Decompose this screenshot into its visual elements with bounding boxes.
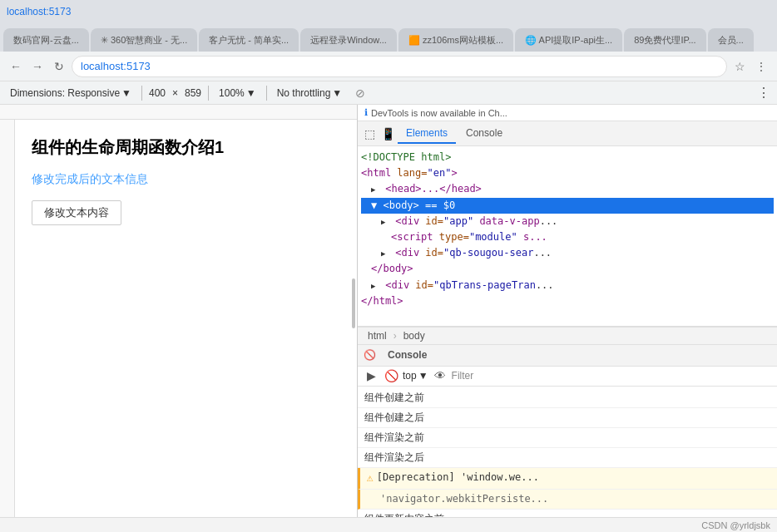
toolbar-right-icons: ⋮ (757, 85, 770, 101)
html-line-html: <html lang="en"> (361, 165, 774, 181)
warning-icon: ⚠ (367, 470, 374, 487)
toolbar-separator-3 (266, 86, 267, 101)
console-filter-bar: ▶ 🚫 top ▼ 👁 Filter (358, 367, 777, 387)
tab-2[interactable]: ✳ 360智慧商业 - 无... (91, 28, 197, 52)
tab-4[interactable]: 远程登录Window... (300, 28, 397, 52)
dimensions-selector[interactable]: Dimensions: Responsive ▼ (7, 86, 135, 101)
dimensions-label: Dimensions: Responsive (10, 87, 120, 99)
tab-1[interactable]: 数码官网-云盘... (3, 28, 89, 52)
entry-5-text: [Deprecation] 'window.we... (377, 470, 539, 485)
bookmark-button[interactable]: ☆ (730, 57, 749, 76)
console-entry-3: 组件渲染之前 (358, 428, 777, 448)
html-line-body-selected[interactable]: ▼ <body> == $0 (361, 198, 774, 214)
console-tab-label[interactable]: Console (381, 347, 433, 362)
device-icon[interactable]: 📱 (379, 126, 396, 142)
console-panel: 🚫 Console ▶ 🚫 top ▼ 👁 Filter 组件创 (358, 345, 777, 518)
tab-6-label: 🌐 API提取IP-api生... (525, 34, 612, 47)
tab-3-label: 客户无忧 - 简单实... (209, 34, 289, 47)
tab-5-label: 🟧 zz106ms网站模板... (408, 34, 503, 47)
tab-7-label: 89免费代理IP... (634, 34, 695, 47)
tab-8[interactable]: 会员... (708, 28, 754, 52)
breadcrumb-body[interactable]: body (400, 329, 428, 342)
console-entry-5-warn: ⚠ [Deprecation] 'window.we... (358, 468, 777, 490)
tabs-bar: 数码官网-云盘... ✳ 360智慧商业 - 无... 客户无忧 - 简单实..… (0, 23, 777, 52)
throttle-selector[interactable]: No throttling ▼ (274, 86, 346, 101)
zoom-arrow: ▼ (246, 87, 256, 99)
entry-1-text: 组件创建之前 (364, 390, 424, 406)
width-value[interactable]: 400 (149, 87, 166, 99)
height-value[interactable]: 859 (185, 87, 201, 99)
html-line-doctype: <!DOCTYPE html> (361, 150, 774, 165)
console-entry-2: 组件创建之后 (358, 408, 777, 428)
scrollbar-vertical[interactable] (350, 120, 357, 517)
elements-breadcrumb: html › body (358, 327, 777, 345)
page-content: 组件的生命周期函数介绍1 修改完成后的文本信息 修改文本内容 (15, 120, 357, 517)
console-block-icon[interactable]: 🚫 (383, 367, 399, 384)
top-dropdown-arrow: ▼ (418, 370, 428, 382)
address-bar[interactable]: localhost:5173 (72, 56, 727, 77)
more-options-icon[interactable]: ⋮ (757, 85, 770, 101)
clear-console-icon[interactable]: 🚫 (361, 347, 378, 363)
breadcrumb-separator: › (393, 330, 397, 342)
browser-title: localhost:5173 (7, 6, 71, 17)
toolbar-separator-1 (141, 86, 142, 101)
zoom-selector[interactable]: 100% ▼ (215, 86, 260, 101)
html-line-qb: <div id="qb-sougou-sear... (361, 245, 774, 261)
tab-5[interactable]: 🟧 zz106ms网站模板... (398, 28, 513, 52)
console-entry-6: 组件更新内容之前 (358, 510, 777, 517)
back-button[interactable]: ← (7, 57, 25, 76)
html-line-qbtrans: <div id="qbTrans-pageTran... (361, 278, 774, 293)
devtools-tabs-bar: ⬚ 📱 Elements Console (358, 121, 777, 146)
html-line-body-close: </body> (361, 261, 774, 277)
console-eye-icon[interactable]: 👁 (432, 367, 448, 384)
throttle-arrow: ▼ (332, 87, 342, 99)
console-context-selector[interactable]: top ▼ (403, 370, 428, 382)
tab-4-label: 远程登录Window... (310, 34, 387, 47)
dropdown-arrow: ▼ (121, 87, 131, 99)
console-play-icon[interactable]: ▶ (363, 367, 379, 384)
tab-console[interactable]: Console (458, 124, 511, 144)
main-content: 组件的生命周期函数介绍1 修改完成后的文本信息 修改文本内容 ℹ DevTool… (0, 105, 777, 517)
ruler-horizontal (0, 105, 357, 120)
menu-button[interactable]: ⋮ (752, 57, 770, 76)
inspect-icon[interactable]: ⬚ (361, 126, 378, 142)
browser-viewport: 组件的生命周期函数介绍1 修改完成后的文本信息 修改文本内容 (0, 105, 358, 517)
throttle-label: No throttling (277, 87, 331, 99)
tab-3[interactable]: 客户无忧 - 简单实... (199, 28, 299, 52)
html-line-html-close: </html> (361, 293, 774, 309)
entry-4-text: 组件渲染之后 (364, 450, 424, 466)
console-entry-5-detail: 'navigator.webkitPersiste... (358, 490, 777, 510)
tab-elements[interactable]: Elements (398, 124, 456, 144)
devtools-panel: ℹ DevTools is now available in Ch... ⬚ 📱… (358, 105, 777, 517)
elements-panel[interactable]: <!DOCTYPE html> <html lang="en"> <head>.… (358, 146, 777, 327)
tab-8-label: 会员... (718, 34, 744, 47)
page-title: 组件的生命周期函数介绍1 (32, 136, 340, 159)
browser-frame: localhost:5173 数码官网-云盘... ✳ 360智慧商业 - 无.… (0, 0, 777, 532)
no-cache-button[interactable]: ⊘ (352, 85, 369, 101)
ruler-vertical (0, 120, 15, 517)
tab-7[interactable]: 89免费代理IP... (624, 28, 705, 52)
breadcrumb-html[interactable]: html (364, 329, 390, 342)
info-icon: ℹ (364, 107, 368, 118)
refresh-button[interactable]: ↻ (50, 57, 68, 76)
html-line-head: <head>...</head> (361, 181, 774, 197)
navigation-bar: ← → ↻ localhost:5173 ☆ ⋮ (0, 52, 777, 81)
tab-6[interactable]: 🌐 API提取IP-api生... (515, 28, 622, 52)
entry-6-text: 组件更新内容之前 (364, 511, 444, 517)
entry-3-text: 组件渲染之前 (364, 430, 424, 446)
times-label: × (172, 87, 178, 99)
notification-text: DevTools is now available in Ch... (371, 108, 507, 118)
html-line-app: <div id="app" data-v-app... (361, 214, 774, 229)
tab-1-label: 数码官网-云盘... (13, 34, 79, 47)
forward-button[interactable]: → (28, 57, 47, 76)
modify-button[interactable]: 修改文本内容 (32, 200, 121, 225)
html-line-script: <script type="module" s... (361, 229, 774, 245)
address-text: localhost:5173 (81, 60, 151, 72)
entry-5-detail: 'navigator.webkitPersiste... (380, 491, 548, 507)
devtools-notification: ℹ DevTools is now available in Ch... (358, 105, 777, 121)
page-subtitle: 修改完成后的文本信息 (32, 172, 340, 187)
console-log: 组件创建之前 组件创建之后 组件渲染之前 组件渲染之后 ⚠ [Deprecati… (358, 387, 777, 518)
tab-2-label: ✳ 360智慧商业 - 无... (101, 34, 187, 47)
watermark-text: CSDN @yrldjsbk (701, 520, 770, 530)
no-cache-icon: ⊘ (355, 86, 365, 100)
